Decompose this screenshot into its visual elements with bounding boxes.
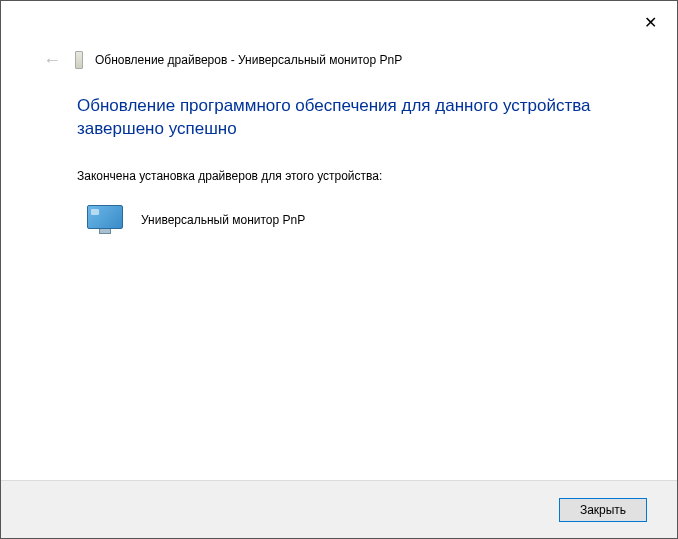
titlebar: ✕ (1, 1, 677, 45)
close-button[interactable]: Закрыть (559, 498, 647, 522)
device-name-label: Универсальный монитор PnP (141, 213, 305, 227)
header: ← Обновление драйверов - Универсальный м… (1, 45, 677, 79)
back-arrow-icon: ← (41, 49, 63, 71)
content-area: Обновление программного обеспечения для … (1, 79, 677, 480)
main-heading: Обновление программного обеспечения для … (77, 95, 629, 141)
footer: Закрыть (1, 480, 677, 538)
driver-update-dialog: ✕ ← Обновление драйверов - Универсальный… (0, 0, 678, 539)
close-icon[interactable]: ✕ (638, 9, 663, 37)
device-row: Универсальный монитор PnP (77, 205, 629, 235)
device-small-icon (75, 51, 83, 69)
header-title: Обновление драйверов - Универсальный мон… (95, 53, 402, 67)
monitor-icon (87, 205, 123, 235)
status-text: Закончена установка драйверов для этого … (77, 169, 629, 183)
